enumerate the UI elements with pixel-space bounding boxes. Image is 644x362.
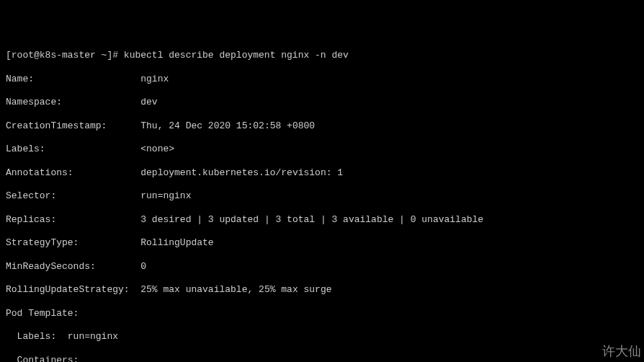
value: RollingUpdate [140, 237, 213, 248]
label: Replicas: [6, 214, 56, 225]
field-timestamp: CreationTimestamp: Thu, 24 Dec 2020 15:0… [6, 120, 638, 132]
shell-prompt: [root@k8s-master ~]# [6, 50, 124, 61]
label: Labels: [6, 144, 45, 154]
shell-command[interactable]: kubectl describe deployment nginx -n dev [124, 50, 349, 61]
value: <none> [140, 144, 174, 154]
label: MinReadySeconds: [6, 261, 96, 272]
value: deployment.kubernetes.io/revision: 1 [140, 167, 343, 178]
label: CreationTimestamp: [6, 120, 107, 131]
field-selector: Selector: run=nginx [6, 190, 638, 202]
pod-template-header: Pod Template: [6, 308, 638, 319]
label: StrategyType: [6, 237, 79, 248]
value: 25% max unavailable, 25% max surge [140, 284, 331, 295]
label: RollingUpdateStrategy: [6, 284, 130, 295]
value: nginx [140, 74, 169, 84]
field-replicas: Replicas: 3 desired | 3 updated | 3 tota… [6, 214, 638, 226]
value: run=nginx [140, 190, 191, 201]
label: Name: [6, 74, 34, 84]
value: 0 [140, 261, 146, 272]
watermark-text: 许大仙 [602, 343, 641, 360]
field-annotations: Annotations: deployment.kubernetes.io/re… [6, 167, 638, 179]
field-labels: Labels: <none> [6, 144, 638, 155]
pod-labels: Labels: run=nginx [6, 331, 638, 343]
field-minready: MinReadySeconds: 0 [6, 261, 638, 273]
label: Namespace: [6, 97, 62, 107]
pod-containers: Containers: [6, 355, 638, 363]
value: 3 desired | 3 updated | 3 total | 3 avai… [140, 214, 483, 225]
terminal-line: [root@k8s-master ~]# kubectl describe de… [6, 50, 638, 61]
value: Thu, 24 Dec 2020 15:02:58 +0800 [140, 120, 315, 131]
field-name: Name: nginx [6, 74, 638, 85]
field-strategy: StrategyType: RollingUpdate [6, 237, 638, 249]
label: Annotations: [6, 167, 73, 178]
field-namespace: Namespace: dev [6, 97, 638, 108]
field-rolling: RollingUpdateStrategy: 25% max unavailab… [6, 284, 638, 296]
label: Selector: [6, 190, 56, 201]
value: dev [140, 97, 157, 107]
